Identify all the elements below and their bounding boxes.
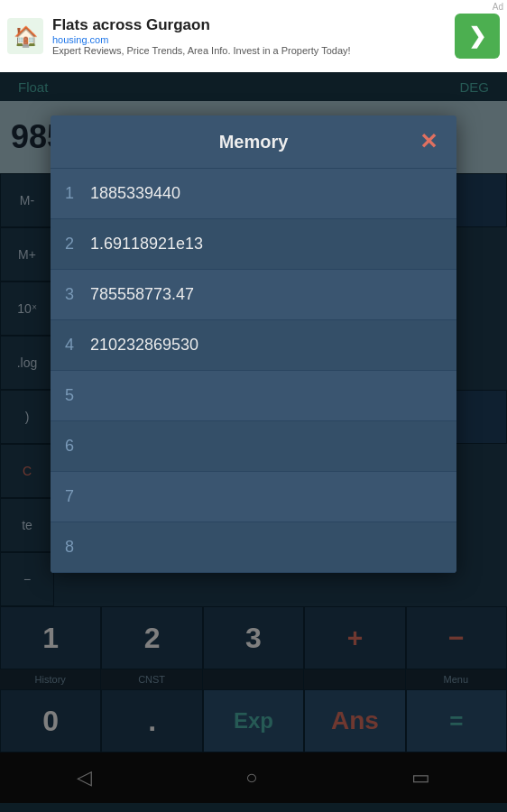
ad-source-label: housing.com (52, 34, 108, 45)
memory-row[interactable]: 2 1.69118921e13 (51, 219, 456, 270)
ad-arrow-icon: ❯ (468, 23, 486, 49)
memory-row-value: 210232869530 (90, 336, 442, 355)
memory-list: 1 1885339440 2 1.69118921e13 3 785558773… (51, 169, 456, 573)
svg-text:🏠: 🏠 (14, 24, 39, 49)
memory-row-index: 1 (65, 184, 90, 203)
memory-header: Memory ✕ (51, 115, 456, 169)
ad-icon: 🏠 (7, 18, 43, 54)
memory-close-button[interactable]: ✕ (415, 128, 442, 155)
memory-row-value: 785558773.47 (90, 285, 442, 304)
ad-arrow-button[interactable]: ❯ (455, 14, 500, 59)
memory-row-value: 1885339440 (90, 184, 442, 203)
memory-row-index: 2 (65, 235, 90, 254)
memory-row-index: 4 (65, 336, 90, 355)
ad-source: housing.com (52, 34, 447, 45)
memory-row-index: 3 (65, 285, 90, 304)
memory-row-index: 8 (65, 538, 90, 557)
modal-overlay[interactable]: Memory ✕ 1 1885339440 2 1.69118921e13 3 … (0, 72, 507, 812)
memory-modal: Memory ✕ 1 1885339440 2 1.69118921e13 3 … (51, 115, 456, 573)
memory-row[interactable]: 1 1885339440 (51, 169, 456, 219)
memory-row[interactable]: 7 (51, 472, 456, 522)
memory-title: Memory (92, 132, 415, 152)
memory-row-index: 5 (65, 386, 90, 405)
ad-description: Expert Reviews, Price Trends, Area Info.… (52, 45, 447, 56)
memory-row[interactable]: 3 785558773.47 (51, 270, 456, 320)
memory-row-value: 1.69118921e13 (90, 235, 442, 254)
ad-title: Flats across Gurgaon (52, 16, 447, 34)
memory-row[interactable]: 5 (51, 371, 456, 421)
memory-row[interactable]: 8 (51, 522, 456, 573)
memory-row[interactable]: 4 210232869530 (51, 320, 456, 371)
ad-text-block: Flats across Gurgaon housing.com Expert … (52, 16, 447, 56)
ad-banner[interactable]: 🏠 Flats across Gurgaon housing.com Exper… (0, 0, 507, 72)
memory-row-index: 7 (65, 487, 90, 506)
memory-row-index: 6 (65, 437, 90, 456)
memory-row[interactable]: 6 (51, 421, 456, 472)
ad-label: Ad (493, 2, 503, 12)
